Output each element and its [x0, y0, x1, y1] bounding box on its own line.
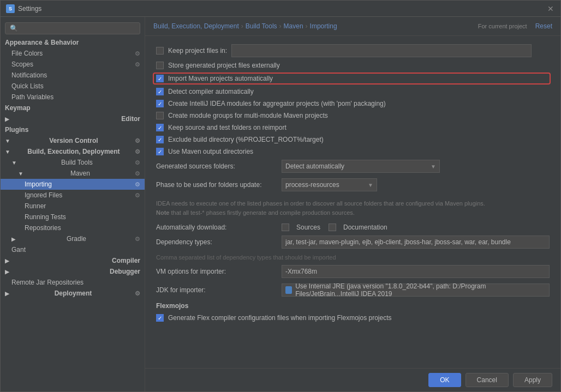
create-modules-checkbox[interactable] — [156, 100, 164, 107]
sidebar-item-remote-jar[interactable]: Remote Jar Repositories — [1, 277, 145, 288]
title-bar-left: S Settings — [6, 4, 41, 13]
expand-arrow-vc: ▼ — [5, 138, 10, 144]
sidebar-item-runner[interactable]: Runner — [1, 201, 145, 212]
sidebar-item-plugins[interactable]: Plugins — [1, 124, 145, 135]
keep-project-files-input[interactable] — [231, 44, 532, 57]
import-maven-row: Import Maven projects automatically — [154, 74, 550, 83]
sidebar-item-file-colors[interactable]: File Colors ⚙ — [1, 48, 145, 59]
keep-project-files-row: Keep project files in: — [156, 44, 550, 57]
flexmojos-section: Flexmojos Generate Flex compiler configu… — [156, 302, 550, 322]
ok-button[interactable]: OK — [428, 373, 461, 387]
detect-compiler-checkbox[interactable] — [156, 88, 164, 95]
breadcrumb-build-tools[interactable]: Build Tools — [246, 22, 277, 30]
gear-icon-bt: ⚙ — [135, 159, 140, 166]
gear-icon-deployment: ⚙ — [135, 290, 140, 297]
search-icon: 🔍 — [10, 25, 18, 32]
exclude-build-label: Exclude build directory (%PROJECT_ROOT%/… — [168, 136, 324, 143]
jdk-field[interactable]: Use Internal JRE (java version "1.8.0_20… — [282, 284, 550, 297]
dependency-types-input[interactable] — [282, 236, 550, 249]
use-maven-output-row: Use Maven output directories — [156, 148, 550, 155]
window-title: Settings — [18, 5, 41, 13]
content-area: 🔍 Appearance & Behavior File Colors ⚙ Sc… — [1, 17, 560, 391]
flexmojos-checkbox[interactable] — [156, 314, 164, 322]
sidebar-item-quick-lists[interactable]: Quick Lists — [1, 81, 145, 92]
sidebar-item-build-exec[interactable]: ▼ Build, Execution, Deployment ⚙ — [1, 146, 145, 157]
jdk-icon — [285, 286, 292, 294]
sources-checkbox[interactable] — [282, 224, 289, 231]
sidebar-item-maven[interactable]: ▼ Maven ⚙ — [1, 168, 145, 179]
sidebar-item-debugger[interactable]: ▶ Debugger — [1, 266, 145, 277]
settings-content: Keep project files in: Store generated p… — [145, 36, 560, 368]
vm-options-label: VM options for importer: — [156, 268, 276, 275]
sidebar-item-running-tests[interactable]: Running Tests — [1, 212, 145, 222]
breadcrumb-maven[interactable]: Maven — [284, 22, 303, 30]
app-icon: S — [6, 4, 15, 13]
sidebar-item-version-control[interactable]: ▼ Version Control ⚙ — [1, 135, 145, 146]
sidebar-item-keymap[interactable]: Keymap — [1, 102, 145, 113]
store-generated-label: Store generated project files externally — [168, 62, 280, 69]
sidebar-item-gant[interactable]: Gant — [1, 244, 145, 255]
phase-row: Phase to be used for folders update: pro… — [156, 178, 550, 191]
reset-link[interactable]: Reset — [535, 22, 552, 30]
expand-arrow-gradle: ▶ — [11, 236, 16, 242]
docs-option: Documentation — [329, 224, 387, 231]
cancel-button[interactable]: Cancel — [465, 373, 509, 387]
phase-value: process-resources — [285, 181, 339, 189]
gear-icon-importing: ⚙ — [135, 181, 140, 188]
sidebar-item-ignored-files[interactable]: Ignored Files ⚙ — [1, 190, 145, 201]
store-generated-checkbox[interactable] — [156, 62, 164, 69]
create-groups-label: Create module groups for multi-module Ma… — [168, 112, 328, 119]
close-button[interactable]: ✕ — [546, 4, 555, 13]
gear-icon-vc: ⚙ — [135, 137, 140, 144]
sidebar-item-notifications[interactable]: Notifications — [1, 70, 145, 81]
dependency-types-row: Dependency types: — [156, 236, 550, 249]
sidebar-item-editor[interactable]: ▶ Editor — [1, 113, 145, 124]
sidebar-item-gradle[interactable]: ▶ Gradle ⚙ — [1, 233, 145, 244]
sidebar-item-build-tools[interactable]: ▼ Build Tools ⚙ — [1, 157, 145, 168]
breadcrumb-build[interactable]: Build, Execution, Deployment — [153, 22, 239, 30]
gear-icon-gradle: ⚙ — [135, 236, 140, 243]
sidebar-item-path-variables[interactable]: Path Variables — [1, 92, 145, 102]
docs-checkbox[interactable] — [329, 224, 336, 231]
breadcrumb-current: Importing — [310, 22, 337, 30]
sidebar-item-scopes[interactable]: Scopes ⚙ — [1, 59, 145, 70]
auto-download-options: Sources Documentation — [282, 224, 387, 231]
gear-icon-ignored: ⚙ — [135, 192, 140, 199]
apply-button[interactable]: Apply — [513, 373, 552, 387]
detect-compiler-row: Detect compiler automatically — [156, 88, 550, 95]
phase-dropdown[interactable]: process-resources ▼ — [282, 178, 377, 191]
phase-chevron-icon: ▼ — [368, 182, 373, 188]
expand-arrow-debugger: ▶ — [5, 269, 9, 275]
main-panel: Build, Execution, Deployment › Build Too… — [145, 17, 560, 391]
settings-window: S Settings ✕ 🔍 Appearance & Behavior Fil… — [0, 0, 561, 392]
generated-sources-value: Detect automatically — [285, 162, 344, 170]
create-modules-row: Create IntelliJ IDEA modules for aggrega… — [156, 100, 550, 107]
breadcrumb: Build, Execution, Deployment › Build Too… — [145, 17, 560, 36]
expand-arrow-deployment: ▶ — [5, 291, 9, 297]
vm-options-input[interactable] — [282, 265, 550, 278]
breadcrumb-sep-2: › — [279, 22, 282, 30]
search-box[interactable]: 🔍 — [5, 22, 140, 34]
expand-arrow-compiler: ▶ — [5, 258, 9, 264]
create-groups-checkbox[interactable] — [156, 112, 164, 119]
sidebar-item-importing[interactable]: Importing ⚙ — [1, 179, 145, 190]
use-maven-output-checkbox[interactable] — [156, 148, 164, 155]
sidebar-item-repositories[interactable]: Repositories — [1, 222, 145, 233]
keep-source-checkbox[interactable] — [156, 124, 164, 131]
jdk-value: Use Internal JRE (java version "1.8.0_20… — [295, 282, 546, 298]
sidebar-item-compiler[interactable]: ▶ Compiler — [1, 255, 145, 266]
gear-icon-build: ⚙ — [135, 148, 140, 155]
import-maven-label: Import Maven projects automatically — [168, 75, 273, 82]
exclude-build-checkbox[interactable] — [156, 136, 164, 143]
search-input[interactable] — [20, 25, 135, 32]
import-maven-checkbox[interactable] — [156, 75, 164, 82]
flexmojos-label: Generate Flex compiler configuration fil… — [168, 314, 392, 322]
generated-sources-dropdown[interactable]: Detect automatically ▼ — [282, 160, 440, 173]
sidebar-item-deployment[interactable]: ▶ Deployment ⚙ — [1, 288, 145, 299]
sidebar-item-appearance[interactable]: Appearance & Behavior — [1, 37, 145, 48]
keep-source-row: Keep source and test folders on reimport — [156, 124, 550, 131]
flexmojos-title: Flexmojos — [156, 302, 550, 310]
keep-project-files-label: Keep project files in: — [168, 47, 227, 55]
keep-project-files-checkbox[interactable] — [156, 47, 164, 55]
title-bar: S Settings ✕ — [1, 1, 560, 17]
